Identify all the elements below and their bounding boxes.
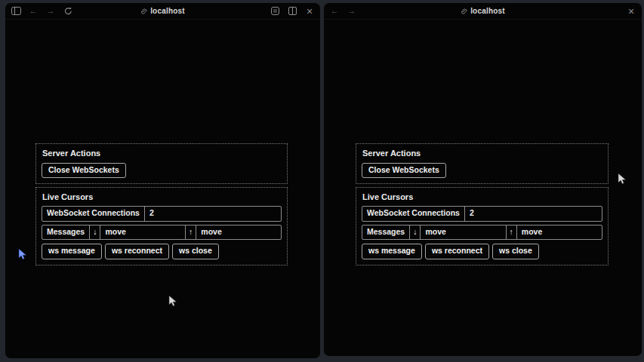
back-arrow-icon[interactable]: ← <box>28 6 39 17</box>
live-cursors-panel: Live Cursors WebSocket Connections 2 Mes… <box>35 187 288 265</box>
ws-buttons-row: ws message ws reconnect ws close <box>42 244 282 259</box>
connections-row: WebSocket Connections 2 <box>362 206 602 222</box>
titlebar[interactable]: ← → localhost × <box>5 3 320 20</box>
window-title: localhost <box>470 7 505 15</box>
close-websockets-button[interactable]: Close WebSockets <box>42 163 126 178</box>
window-title: localhost <box>150 7 185 15</box>
page-content: Server Actions Close WebSockets Live Cur… <box>35 143 288 265</box>
live-cursors-panel: Live Cursors WebSocket Connections 2 Mes… <box>356 187 609 265</box>
back-arrow-icon[interactable]: ← <box>329 6 340 17</box>
message-out-value: move <box>516 225 602 240</box>
live-cursors-title: Live Cursors <box>42 192 281 201</box>
close-icon[interactable]: × <box>626 6 636 17</box>
connections-value: 2 <box>464 207 602 221</box>
link-icon <box>461 8 467 14</box>
message-in-value: move <box>100 225 185 240</box>
ws-close-button[interactable]: ws close <box>492 244 539 259</box>
sidebar-icon[interactable] <box>11 6 21 17</box>
arrow-up-icon: ↑ <box>506 225 516 240</box>
live-cursors-title: Live Cursors <box>362 192 602 201</box>
message-in-value: move <box>420 225 505 240</box>
reload-icon[interactable] <box>63 6 73 17</box>
connections-label: WebSocket Connections <box>362 207 464 221</box>
server-actions-title: Server Actions <box>362 149 602 158</box>
reader-icon[interactable] <box>270 6 280 17</box>
server-actions-panel: Server Actions Close WebSockets <box>356 143 609 184</box>
forward-arrow-icon[interactable]: → <box>347 6 357 17</box>
messages-row: Messages ↓ move ↑ move <box>42 225 282 241</box>
ws-buttons-row: ws message ws reconnect ws close <box>362 244 602 259</box>
ws-message-button[interactable]: ws message <box>362 244 422 259</box>
ws-reconnect-button[interactable]: ws reconnect <box>105 244 169 259</box>
browser-window-right: ← → localhost × Server Actions Close Web… <box>324 3 642 356</box>
ws-close-button[interactable]: ws close <box>172 244 219 259</box>
split-view-icon[interactable] <box>287 6 297 17</box>
close-icon[interactable]: × <box>304 6 315 17</box>
arrow-up-icon: ↑ <box>185 225 196 240</box>
connections-row: WebSocket Connections 2 <box>42 206 282 222</box>
message-out-value: move <box>196 225 281 240</box>
page-content: Server Actions Close WebSockets Live Cur… <box>356 143 609 265</box>
close-websockets-button[interactable]: Close WebSockets <box>362 163 446 178</box>
connections-label: WebSocket Connections <box>42 207 144 221</box>
forward-arrow-icon[interactable]: → <box>45 6 56 17</box>
messages-label: Messages <box>362 225 409 240</box>
messages-label: Messages <box>42 225 89 240</box>
server-actions-panel: Server Actions Close WebSockets <box>35 143 288 184</box>
ws-message-button[interactable]: ws message <box>42 244 102 259</box>
connections-value: 2 <box>144 207 281 221</box>
arrow-down-icon: ↓ <box>409 225 420 240</box>
ws-reconnect-button[interactable]: ws reconnect <box>425 244 489 259</box>
titlebar[interactable]: ← → localhost × <box>324 3 642 20</box>
server-actions-title: Server Actions <box>42 149 281 158</box>
messages-row: Messages ↓ move ↑ move <box>362 225 602 241</box>
arrow-down-icon: ↓ <box>89 225 100 240</box>
browser-window-left: ← → localhost × Server Actions Close Web… <box>5 3 320 358</box>
address-title: localhost <box>324 3 642 19</box>
link-icon <box>140 8 147 14</box>
